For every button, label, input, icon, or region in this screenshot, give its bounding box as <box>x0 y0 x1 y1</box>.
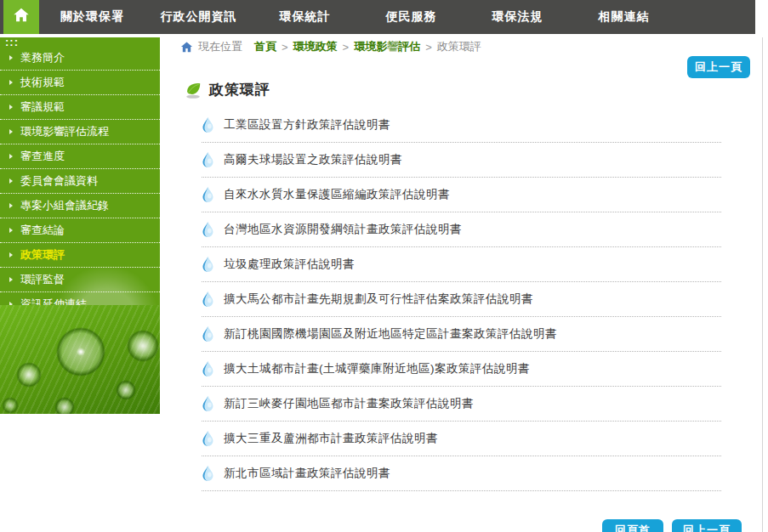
nav-menu-item-label: 便民服務 <box>386 9 437 25</box>
document-list-item[interactable]: 自來水水質水量保護區縮編政策評估說明書 <box>202 178 721 212</box>
breadcrumb-separator: > <box>282 41 288 54</box>
breadcrumb-link[interactable]: 環境政策 <box>293 39 338 54</box>
sidebar-menu-item-label: 技術規範 <box>20 76 65 88</box>
document-list-item[interactable]: 垃圾處理政策評估說明書 <box>202 247 721 282</box>
document-link-label: 垃圾處理政策評估說明書 <box>224 257 355 272</box>
sidebar-menu-item[interactable]: 環境影響評估流程 <box>0 120 160 144</box>
arrow-bullet-icon <box>9 129 13 134</box>
water-drop-icon <box>202 186 214 203</box>
page-title: 政策環評 <box>209 80 270 99</box>
water-drop-icon <box>202 221 214 238</box>
document-link-label: 擴大三重及蘆洲都市計畫政策評估說明書 <box>224 431 438 446</box>
document-link-label: 高爾夫球場設置之政策評估說明書 <box>224 152 402 167</box>
arrow-bullet-icon <box>9 277 13 282</box>
sidebar-menu-item[interactable]: 審查結論 <box>0 218 160 243</box>
nav-menu-item-label: 環保統計 <box>280 9 331 25</box>
sidebar-menu-item[interactable]: 業務簡介 <box>0 46 160 71</box>
sidebar-menu-item-label: 環評監督 <box>20 273 65 286</box>
water-drop-icon <box>202 360 214 377</box>
sidebar-menu-item[interactable]: 審議規範 <box>0 95 160 120</box>
arrow-bullet-icon <box>9 228 13 233</box>
document-list-item[interactable]: 擴大三重及蘆洲都市計畫政策評估說明書 <box>202 422 721 456</box>
breadcrumb-link[interactable]: 環境影響評估 <box>354 39 420 54</box>
document-list-item[interactable]: 擴大土城都市計畫(土城彈藥庫附近地區)案政策評估說明書 <box>202 352 721 387</box>
document-link-label: 自來水水質水量保護區縮編政策評估說明書 <box>224 187 450 202</box>
arrow-bullet-icon <box>9 154 13 159</box>
document-link-label: 擴大土城都市計畫(土城彈藥庫附近地區)案政策評估說明書 <box>224 361 530 376</box>
page: 關於環保署 行政公開資訊 環保統計 便民服務 環保法規 相關連結 <box>0 0 768 532</box>
water-drop-icon <box>202 430 214 447</box>
sidebar-leaf-waterdrops-image <box>0 305 160 414</box>
leaf-icon <box>184 81 202 99</box>
top-navigation-bar: 關於環保署 行政公開資訊 環保統計 便民服務 環保法規 相關連結 <box>0 0 755 34</box>
document-list-item[interactable]: 新北市區域計畫政策評估說明書 <box>202 456 721 491</box>
nav-menu-item-label: 環保法規 <box>492 9 543 25</box>
water-drop-icon <box>202 465 214 482</box>
page-title-row: 政策環評 <box>184 80 270 99</box>
nav-menu-item-label: 相關連結 <box>599 9 650 25</box>
water-drop-icon <box>202 116 214 133</box>
nav-menu-item[interactable]: 環保統計 <box>252 0 358 34</box>
sidebar-menu-item-label: 環境影響評估流程 <box>20 125 109 138</box>
sidebar-menu-item[interactable]: 技術規範 <box>0 71 160 95</box>
water-drop-icon <box>202 256 214 273</box>
document-link-label: 台灣地區水資源開發綱領計畫政策評估說明書 <box>224 222 462 237</box>
back-button-top[interactable]: 回上一頁 <box>687 56 750 78</box>
arrow-bullet-icon <box>9 203 13 208</box>
home-icon <box>12 6 31 28</box>
back-button-bottom[interactable]: 回上一頁 <box>672 519 742 532</box>
document-link-label: 新北市區域計畫政策評估說明書 <box>224 466 390 481</box>
breadcrumb-current: 政策環評 <box>437 39 481 54</box>
breadcrumb-link[interactable]: 首頁 <box>254 39 276 54</box>
document-list-item[interactable]: 工業區設置方針政策評估說明書 <box>202 108 721 143</box>
document-list: 工業區設置方針政策評估說明書 高爾夫球場設置之政策評估說明書 <box>202 108 721 491</box>
nav-menu-item[interactable]: 關於環保署 <box>39 0 145 34</box>
nav-menu-item[interactable]: 便民服務 <box>358 0 464 34</box>
arrow-bullet-icon <box>9 105 13 110</box>
document-list-item[interactable]: 高爾夫球場設置之政策評估說明書 <box>202 143 721 178</box>
document-list-item[interactable]: 新訂桃園國際機場園區及附近地區特定區計畫案政策評估說明書 <box>202 317 721 352</box>
sidebar-menu-item-label: 審查進度 <box>20 150 65 162</box>
breadcrumb: 現在位置 首頁 > 環境政策 > 環境影響評估 > 政策環評 <box>180 39 481 54</box>
sidebar-menu-item-label: 審查結論 <box>20 224 65 236</box>
sidebar-menu-item[interactable]: 審查進度 <box>0 144 160 169</box>
water-drop-icon <box>202 325 214 342</box>
sidebar-menu: 業務簡介 技術規範 審議規範 環境影響評估流程 <box>0 37 160 317</box>
sidebar-menu-item-label: 委員會會議資料 <box>20 174 98 187</box>
document-link-label: 新訂桃園國際機場園區及附近地區特定區計畫案政策評估說明書 <box>224 326 557 342</box>
document-link-label: 新訂三峽麥仔園地區都市計畫案政策評估說明書 <box>224 396 474 411</box>
nav-menu-item[interactable]: 相關連結 <box>571 0 677 34</box>
document-list-item[interactable]: 台灣地區水資源開發綱領計畫政策評估說明書 <box>202 212 721 247</box>
home-button[interactable] <box>3 0 39 34</box>
sidebar-menu-item-label: 政策環評 <box>20 248 65 261</box>
breadcrumb-separator: > <box>425 41 432 54</box>
arrow-bullet-icon <box>9 178 13 184</box>
document-link-label: 擴大馬公都市計畫先期規劃及可行性評估案政策評估說明書 <box>224 291 533 307</box>
breadcrumb-prefix: 現在位置 <box>198 39 242 54</box>
nav-menu-item[interactable]: 環保法規 <box>464 0 571 34</box>
back-to-top-button[interactable]: 回頁首 <box>602 519 663 532</box>
sidebar-menu-item[interactable]: 專案小組會議紀錄 <box>0 194 160 218</box>
sidebar: ::: 業務簡介 技術規範 審議規範 環 <box>0 37 160 414</box>
document-list-item[interactable]: 擴大馬公都市計畫先期規劃及可行性評估案政策評估說明書 <box>202 282 721 317</box>
sidebar-menu-item-label: 專案小組會議紀錄 <box>20 199 109 212</box>
document-list-item[interactable]: 新訂三峽麥仔園地區都市計畫案政策評估說明書 <box>202 387 721 422</box>
nav-menu-item-label: 行政公開資訊 <box>161 9 237 25</box>
nav-menu-item-label: 關於環保署 <box>60 9 124 25</box>
arrow-bullet-icon <box>9 252 13 258</box>
document-link-label: 工業區設置方針政策評估說明書 <box>224 117 390 133</box>
sidebar-menu-item[interactable]: 委員會會議資料 <box>0 169 160 194</box>
arrow-bullet-icon <box>9 55 13 60</box>
breadcrumb-home-icon[interactable] <box>180 41 193 54</box>
water-drop-icon <box>202 151 214 168</box>
sidebar-menu-item-label: 業務簡介 <box>20 51 65 64</box>
water-drop-icon <box>202 291 214 308</box>
sidebar-menu-item-label: 審議規範 <box>20 100 65 113</box>
nav-menu-item[interactable]: 行政公開資訊 <box>145 0 252 34</box>
arrow-bullet-icon <box>9 80 13 85</box>
water-drop-icon <box>202 395 214 412</box>
sidebar-menu-item[interactable]: 政策環評 <box>0 243 160 268</box>
sidebar-menu-item[interactable]: 環評監督 <box>0 268 160 292</box>
breadcrumb-separator: > <box>343 41 350 54</box>
content-right-border <box>762 37 763 532</box>
